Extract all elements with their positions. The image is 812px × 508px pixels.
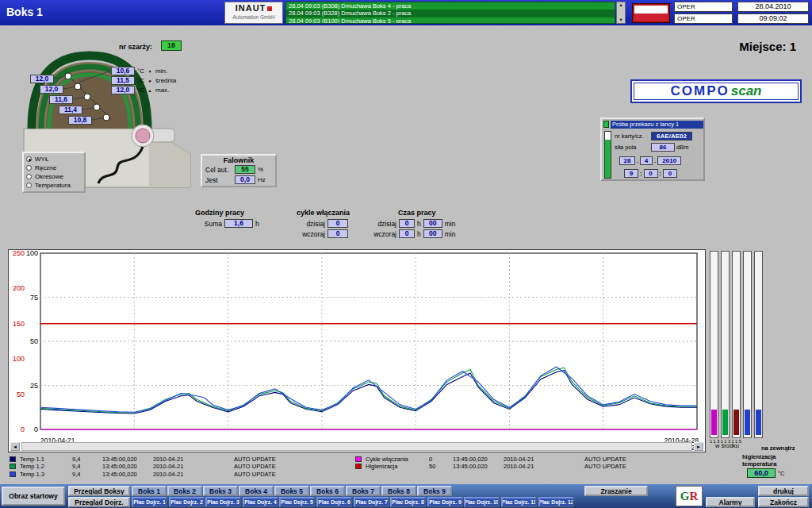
fader-track-3[interactable] bbox=[732, 251, 741, 438]
fader-track-4[interactable] bbox=[743, 251, 752, 438]
boks-button-9[interactable]: Boks 9 bbox=[417, 486, 452, 496]
chart-scroll-left-button[interactable]: ◄ bbox=[10, 442, 20, 451]
alarm-message[interactable]: 28.04 09:03 (B328) Dmuchawa Boks 2 - pra… bbox=[286, 10, 615, 17]
window-titlebar: Boks 1 INAUT Automation GmbH 28.04 09:03… bbox=[0, 0, 812, 25]
alarms-button[interactable]: Alarmy bbox=[706, 497, 755, 507]
mode-option-okresowe[interactable]: Okresowe bbox=[26, 172, 82, 181]
falownik-actual-row: Jest 0,0 Hz bbox=[205, 175, 272, 185]
plac-dojrz-button-3[interactable]: Plac Dojrz. 3 bbox=[205, 497, 241, 507]
legend-row: Temp 1.39,413:45:00,0202010-04-21AUTO UP… bbox=[10, 471, 350, 478]
legend-series-name: Cykle włączania bbox=[366, 456, 429, 463]
lance-time-row: 9: 0: 0 bbox=[624, 169, 677, 178]
boks-button-8[interactable]: Boks 8 bbox=[381, 486, 416, 496]
plac-dojrz-button-4[interactable]: Plac Dojrz. 4 bbox=[243, 497, 278, 507]
fader-track-2[interactable] bbox=[721, 251, 730, 438]
fader-indicator[interactable] bbox=[756, 410, 761, 435]
bottom-navigation-bar: Obraz startowy Przegląd Boksy Przegląd D… bbox=[0, 484, 812, 508]
legend-color-swatch bbox=[355, 464, 362, 469]
start-screen-button[interactable]: Obraz startowy bbox=[2, 487, 65, 506]
mode-option-wyl[interactable]: WYŁ bbox=[26, 155, 82, 164]
temp-stat-row: 10,6°C▾min. bbox=[111, 67, 167, 75]
inside-label: w środku bbox=[715, 442, 739, 449]
svg-text:200: 200 bbox=[13, 284, 25, 292]
plac-dojrz-button-5[interactable]: Plac Dojrz. 5 bbox=[279, 497, 315, 507]
dojrz-overview-button[interactable]: Przegląd Dojrz. bbox=[68, 497, 130, 507]
fader-indicator[interactable] bbox=[733, 410, 739, 435]
boks-overview-button[interactable]: Przegląd Boksy bbox=[68, 486, 130, 496]
legend-time: 13:45:00,020 bbox=[453, 456, 504, 463]
print-button[interactable]: drukuj bbox=[758, 486, 809, 496]
fader-indicator[interactable] bbox=[711, 410, 717, 435]
chart-scroll-right-button[interactable]: ► bbox=[694, 442, 703, 451]
legend-value: 9,4 bbox=[72, 463, 102, 470]
alarm-message[interactable]: 28.04 09:03 (B100) Dmuchawa Boks 5 - pra… bbox=[286, 17, 615, 24]
plac-dojrz-button-9[interactable]: Plac Dojrz. 9 bbox=[427, 497, 463, 507]
worktime-yesterday-label: wczoraj bbox=[371, 230, 396, 238]
mode-option-label: Temperatura bbox=[35, 182, 71, 189]
polish-flag-icon[interactable] bbox=[633, 4, 669, 22]
window-title: Boks 1 bbox=[6, 6, 43, 18]
mode-option-temperatura[interactable]: Temperatura bbox=[26, 181, 82, 190]
svg-text:0: 0 bbox=[21, 425, 25, 433]
plac-dojrz-button-10[interactable]: Plac Dojrz. 10 bbox=[464, 497, 500, 507]
worktime-yesterday-min: 00 bbox=[423, 229, 442, 238]
plac-dojrz-button-7[interactable]: Plac Dojrz. 7 bbox=[354, 497, 389, 507]
field-strength-row: siła pola 86 dBm bbox=[615, 143, 688, 152]
card-number-row: nr karty/cz. 6AE/AE02 bbox=[615, 132, 692, 140]
alarm-list-scrollbar[interactable]: ▲ ▼ bbox=[616, 2, 626, 24]
boks-button-7[interactable]: Boks 7 bbox=[346, 486, 381, 496]
plac-dojrz-button-1[interactable]: Plac Dojrz. 1 bbox=[132, 497, 167, 507]
plac-dojrz-button-12[interactable]: Plac Dojrz. 12 bbox=[538, 497, 574, 507]
fader-track-5[interactable] bbox=[754, 251, 763, 438]
legend-series-name: Temp 1.2 bbox=[20, 463, 72, 470]
boks-button-2[interactable]: Boks 2 bbox=[167, 486, 202, 496]
plac-dojrz-button-11[interactable]: Plac Dojrz. 11 bbox=[501, 497, 537, 507]
work-hours-title: Godziny pracy bbox=[195, 209, 244, 217]
scroll-up-icon[interactable]: ▲ bbox=[617, 2, 625, 8]
fader-indicator[interactable] bbox=[745, 410, 750, 435]
alarm-message-list[interactable]: 28.04 09:03 (B308) Dmuchawa Boks 4 - pra… bbox=[285, 2, 615, 24]
mode-option-reczne[interactable]: Ręczne bbox=[26, 164, 82, 172]
plac-dojrz-button-8[interactable]: Plac Dojrz. 8 bbox=[390, 497, 426, 507]
chart-scrollbar-track[interactable] bbox=[21, 442, 692, 451]
plac-dojrz-button-6[interactable]: Plac Dojrz. 6 bbox=[316, 497, 352, 507]
legend-value: 50 bbox=[429, 463, 453, 470]
legend-series-name: Higienizacja bbox=[366, 463, 429, 470]
svg-text:75: 75 bbox=[30, 294, 38, 302]
sensor-fader-group bbox=[710, 251, 767, 438]
legend-time: 13:45:00,020 bbox=[453, 463, 504, 470]
fader-track-1[interactable] bbox=[710, 251, 718, 438]
radio-icon[interactable] bbox=[26, 156, 32, 162]
plac-dojrz-button-2[interactable]: Plac Dojrz. 2 bbox=[169, 497, 205, 507]
svg-text:0: 0 bbox=[34, 425, 38, 433]
system-date: 28.04.2010 bbox=[737, 2, 809, 12]
svg-text:100: 100 bbox=[13, 355, 25, 363]
radio-icon[interactable] bbox=[26, 174, 32, 179]
boks-button-3[interactable]: Boks 3 bbox=[203, 486, 238, 496]
exit-button[interactable]: Zakończ bbox=[758, 497, 809, 507]
radio-icon[interactable] bbox=[26, 165, 32, 171]
boks-button-1[interactable]: Boks 1 bbox=[132, 486, 167, 496]
temp-stat-unit: °C bbox=[137, 87, 144, 94]
worktime-yesterday-min-unit: min bbox=[445, 230, 456, 238]
worktime-today-label: dzisiaj bbox=[371, 220, 396, 228]
legend-status: AUTO UPDATE bbox=[234, 456, 276, 463]
boks-button-4[interactable]: Boks 4 bbox=[239, 486, 274, 496]
scada-screen: Boks 1 INAUT Automation GmbH 28.04 09:03… bbox=[0, 0, 812, 508]
temp-stat-label: min. bbox=[155, 67, 167, 75]
scroll-down-icon[interactable]: ▼ bbox=[617, 17, 625, 23]
legend-series-name: Temp 1.3 bbox=[20, 471, 72, 478]
chart-legend-left: Temp 1.19,413:45:00,0202010-04-21AUTO UP… bbox=[10, 456, 350, 478]
alarm-message[interactable]: 28.04 09:03 (B308) Dmuchawa Boks 4 - pra… bbox=[286, 2, 615, 10]
legend-status: AUTO UPDATE bbox=[584, 463, 626, 470]
trend-chart[interactable]: 0501001502002500255075100 bbox=[9, 250, 705, 436]
boks-button-5[interactable]: Boks 5 bbox=[274, 486, 309, 496]
cycles-yesterday-row: wczoraj 0 bbox=[300, 229, 348, 238]
zraszanie-button[interactable]: Zraszanie bbox=[584, 486, 648, 496]
fader-indicator[interactable] bbox=[722, 410, 728, 435]
cycles-title: cykle włączania bbox=[297, 209, 350, 217]
cycles-today-label: dzisiaj bbox=[300, 220, 325, 228]
radio-icon[interactable] bbox=[26, 183, 32, 188]
boks-button-6[interactable]: Boks 6 bbox=[310, 486, 345, 496]
legend-time: 13:45:00,020 bbox=[102, 471, 153, 478]
